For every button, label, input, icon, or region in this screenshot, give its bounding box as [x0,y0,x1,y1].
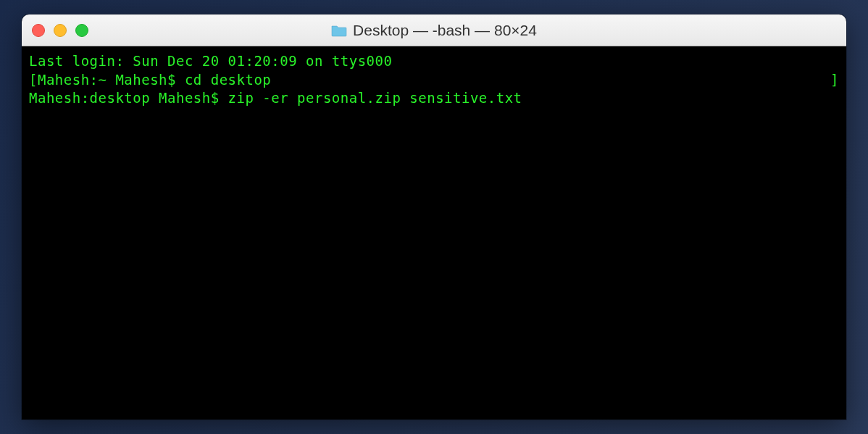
folder-icon [331,24,347,37]
terminal-window: Desktop — -bash — 80×24 Last login: Sun … [22,14,846,420]
window-title: Desktop — -bash — 80×24 [353,22,537,39]
terminal-line-0: Last login: Sun Dec 20 01:20:09 on ttys0… [29,52,839,71]
terminal-body[interactable]: Last login: Sun Dec 20 01:20:09 on ttys0… [22,46,846,420]
zoom-icon[interactable] [75,24,88,37]
window-titlebar[interactable]: Desktop — -bash — 80×24 [22,14,846,46]
terminal-line-2: Mahesh:desktop Mahesh$ zip -er personal.… [29,89,839,108]
close-icon[interactable] [32,24,45,37]
minimize-icon[interactable] [54,24,67,37]
terminal-line-1: [Mahesh:~ Mahesh$ cd desktop [29,71,839,90]
title-center: Desktop — -bash — 80×24 [22,22,846,39]
traffic-lights [32,24,88,37]
prompt-bracket-right: ] [830,71,839,90]
terminal-text-1: Mahesh:~ Mahesh$ cd desktop [38,72,271,88]
prompt-bracket-left: [ [29,72,38,88]
